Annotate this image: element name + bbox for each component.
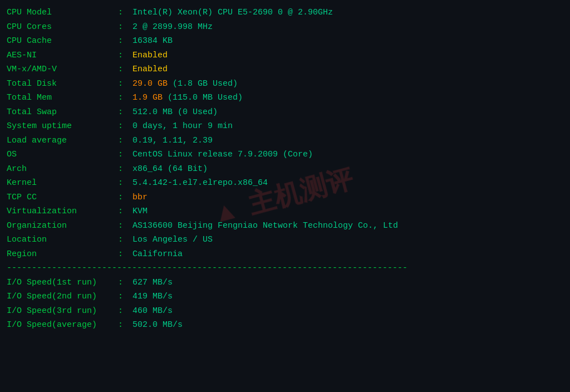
- row-location: Location: Los Angeles / US: [7, 233, 563, 247]
- value-total-mem: 1.9 GB (115.0 MB Used): [132, 91, 243, 105]
- value-io-1st: 627 MB/s: [132, 276, 173, 290]
- row-organization: Organization: AS136600 Beijing Fengniao …: [7, 219, 563, 233]
- label-region: Region: [7, 247, 118, 262]
- colon-region: :: [118, 247, 128, 262]
- value-cpu-model: Intel(R) Xeon(R) CPU E5-2690 0 @ 2.90GHz: [132, 6, 333, 20]
- label-system-uptime: System uptime: [7, 119, 118, 134]
- label-total-mem: Total Mem: [7, 91, 118, 105]
- value-arch: x86_64 (64 Bit): [132, 162, 208, 177]
- row-cpu-cache: CPU Cache: 16384 KB: [7, 34, 563, 48]
- row-region: Region: California: [7, 247, 563, 262]
- row-aes-ni: AES-NI: Enabled: [7, 48, 563, 63]
- colon-vm-x: :: [118, 62, 128, 77]
- row-cpu-cores: CPU Cores: 2 @ 2899.998 MHz: [7, 20, 563, 35]
- value-io-2nd: 419 MB/s: [132, 290, 173, 304]
- terminal: CPU Model: Intel(R) Xeon(R) CPU E5-2690 …: [7, 6, 563, 332]
- colon-total-swap: :: [118, 105, 128, 120]
- label-tcp-cc: TCP CC: [7, 190, 118, 205]
- row-vm-x: VM-x/AMD-V: Enabled: [7, 62, 563, 77]
- value-cpu-cache: 16384 KB: [132, 34, 173, 48]
- colon-io-1st: :: [118, 276, 128, 290]
- colon-tcp-cc: :: [118, 190, 128, 205]
- colon-total-disk: :: [118, 77, 128, 91]
- colon-cpu-cores: :: [118, 20, 128, 35]
- value-organization: AS136600 Beijing Fengniao Network Techno…: [132, 219, 398, 233]
- label-arch: Arch: [7, 162, 118, 177]
- colon-os: :: [118, 148, 128, 162]
- colon-organization: :: [118, 219, 128, 233]
- value-total-disk: 29.0 GB (1.8 GB Used): [132, 77, 238, 91]
- label-total-swap: Total Swap: [7, 105, 118, 120]
- label-io-avg: I/O Speed(average): [7, 318, 118, 332]
- label-cpu-model: CPU Model: [7, 6, 118, 20]
- colon-location: :: [118, 233, 128, 247]
- label-os: OS: [7, 148, 118, 162]
- label-load-average: Load average: [7, 134, 118, 148]
- row-io-2nd: I/O Speed(2nd run): 419 MB/s: [7, 290, 563, 304]
- row-virtualization: Virtualization: KVM: [7, 204, 563, 219]
- row-total-disk: Total Disk: 29.0 GB (1.8 GB Used): [7, 77, 563, 91]
- label-location: Location: [7, 233, 118, 247]
- colon-arch: :: [118, 162, 128, 177]
- label-virtualization: Virtualization: [7, 204, 118, 219]
- row-kernel: Kernel: 5.4.142-1.el7.elrepo.x86_64: [7, 176, 563, 190]
- value-kernel: 5.4.142-1.el7.elrepo.x86_64: [132, 176, 268, 190]
- value-region: California: [132, 247, 183, 262]
- row-tcp-cc: TCP CC: bbr: [7, 190, 563, 205]
- colon-kernel: :: [118, 176, 128, 190]
- label-io-1st: I/O Speed(1st run): [7, 276, 118, 290]
- value-vm-x: Enabled: [132, 62, 168, 77]
- colon-system-uptime: :: [118, 119, 128, 134]
- value-virtualization: KVM: [132, 204, 148, 219]
- row-system-uptime: System uptime: 0 days, 1 hour 9 min: [7, 119, 563, 134]
- colon-io-3rd: :: [118, 304, 128, 318]
- row-cpu-model: CPU Model: Intel(R) Xeon(R) CPU E5-2690 …: [7, 6, 563, 20]
- value-system-uptime: 0 days, 1 hour 9 min: [132, 119, 233, 134]
- colon-virtualization: :: [118, 204, 128, 219]
- value-io-avg: 502.0 MB/s: [132, 318, 183, 332]
- label-total-disk: Total Disk: [7, 77, 118, 91]
- value-aes-ni: Enabled: [132, 48, 168, 63]
- row-load-average: Load average: 0.19, 1.11, 2.39: [7, 134, 563, 148]
- row-os: OS: CentOS Linux release 7.9.2009 (Core): [7, 148, 563, 162]
- value-os: CentOS Linux release 7.9.2009 (Core): [132, 148, 313, 162]
- row-io-1st: I/O Speed(1st run): 627 MB/s: [7, 276, 563, 290]
- colon-total-mem: :: [118, 91, 128, 105]
- value-location: Los Angeles / US: [132, 233, 213, 247]
- colon-io-2nd: :: [118, 290, 128, 304]
- row-arch: Arch: x86_64 (64 Bit): [7, 162, 563, 177]
- colon-cpu-model: :: [118, 6, 128, 20]
- value-load-average: 0.19, 1.11, 2.39: [132, 134, 213, 148]
- label-io-3rd: I/O Speed(3rd run): [7, 304, 118, 318]
- row-io-avg: I/O Speed(average): 502.0 MB/s: [7, 318, 563, 332]
- colon-io-avg: :: [118, 318, 128, 332]
- label-io-2nd: I/O Speed(2nd run): [7, 290, 118, 304]
- row-total-swap: Total Swap: 512.0 MB (0 Used): [7, 105, 563, 120]
- divider: ----------------------------------------…: [7, 261, 563, 276]
- label-cpu-cache: CPU Cache: [7, 34, 118, 48]
- label-cpu-cores: CPU Cores: [7, 20, 118, 35]
- value-cpu-cores: 2 @ 2899.998 MHz: [132, 20, 213, 35]
- label-organization: Organization: [7, 219, 118, 233]
- colon-load-average: :: [118, 134, 128, 148]
- value-total-swap: 512.0 MB (0 Used): [132, 105, 218, 120]
- label-vm-x: VM-x/AMD-V: [7, 62, 118, 77]
- label-aes-ni: AES-NI: [7, 48, 118, 63]
- colon-cpu-cache: :: [118, 34, 128, 48]
- row-io-3rd: I/O Speed(3rd run): 460 MB/s: [7, 304, 563, 318]
- value-io-3rd: 460 MB/s: [132, 304, 173, 318]
- label-kernel: Kernel: [7, 176, 118, 190]
- colon-aes-ni: :: [118, 48, 128, 63]
- row-total-mem: Total Mem: 1.9 GB (115.0 MB Used): [7, 91, 563, 105]
- value-tcp-cc: bbr: [132, 190, 148, 205]
